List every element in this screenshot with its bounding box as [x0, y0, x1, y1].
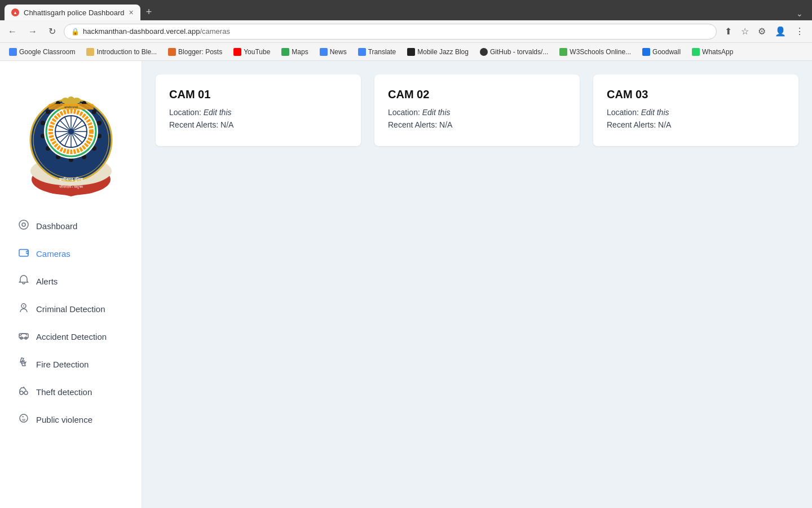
bookmark-mobile-jazz[interactable]: Mobile Jazz Blog [403, 46, 473, 58]
svg-text:छत्तीसगढ़ पुलिस: छत्तीसगढ़ पुलिस [59, 177, 83, 182]
svg-point-41 [19, 220, 28, 229]
bookmark-goodwall[interactable]: Goodwall [638, 46, 685, 58]
browser-toolbar: ← → ↻ 🔒 hackmanthan-dashboard.vercel.app… [0, 20, 812, 43]
camera-title-3: CAM 03 [607, 88, 785, 101]
fire-icon [18, 357, 29, 371]
bookmark-button[interactable]: ☆ [738, 24, 752, 39]
bookmark-news[interactable]: News [315, 46, 351, 58]
camera-location-2: Location: Edit this [388, 108, 566, 117]
bookmark-favicon [480, 48, 488, 56]
svg-point-7 [92, 110, 96, 114]
camera-alerts-1: Recent Alerts: N/A [169, 120, 347, 129]
theft-icon [18, 385, 29, 399]
alerts-value: N/A [658, 120, 671, 129]
camera-title-2: CAM 02 [388, 88, 566, 101]
camera-title-1: CAM 01 [169, 88, 347, 101]
camera-alerts-3: Recent Alerts: N/A [607, 120, 785, 129]
profile-button[interactable]: 👤 [771, 24, 789, 39]
share-button[interactable]: ⬆ [721, 24, 735, 39]
bookmark-w3schools[interactable]: W3Schools Online... [555, 46, 636, 58]
svg-point-51 [20, 414, 28, 422]
bookmark-favicon [281, 48, 289, 56]
bookmark-label: Mobile Jazz Blog [417, 48, 469, 56]
active-tab[interactable]: ▲ Chhattisgarh police Dashboard × [5, 5, 140, 20]
sidebar-item-label: Cameras [36, 249, 70, 259]
bookmark-github[interactable]: GitHub - torvalds/... [475, 46, 553, 58]
main-content: CAM 01 Location: Edit this Recent Alerts… [142, 61, 812, 508]
location-value[interactable]: Edit this [204, 108, 232, 117]
bookmark-favicon [559, 48, 567, 56]
sidebar-item-label: Criminal Detection [36, 304, 105, 314]
bookmarks-bar: Google Classroom Introduction to Ble... … [0, 43, 812, 61]
app-wrapper: सत्यमेव जयते छत्तीसगढ़ पुलिस परिवारहाय •… [0, 61, 812, 508]
camera-card-2: CAM 02 Location: Edit this Recent Alerts… [374, 75, 580, 146]
tab-close-button[interactable]: × [129, 8, 134, 17]
sidebar-item-violence[interactable]: Public violence [9, 407, 133, 432]
sidebar-item-accident[interactable]: Accident Detection [9, 324, 133, 349]
sidebar-item-label: Alerts [36, 277, 58, 286]
lock-icon: 🔒 [71, 28, 80, 36]
nav-menu: Dashboard Cameras [0, 213, 142, 432]
alerts-value: N/A [439, 120, 452, 129]
location-value[interactable]: Edit this [641, 108, 669, 117]
violence-icon [18, 413, 29, 427]
bookmark-translate[interactable]: Translate [354, 46, 401, 58]
camera-location-3: Location: Edit this [607, 108, 785, 117]
bookmark-favicon [168, 48, 176, 56]
bookmark-label: Google Classroom [19, 48, 75, 56]
camera-card-3: CAM 03 Location: Edit this Recent Alerts… [593, 75, 798, 146]
bookmark-favicon [407, 48, 415, 56]
sidebar-item-dashboard[interactable]: Dashboard [9, 213, 133, 239]
bookmark-favicon [358, 48, 366, 56]
svg-point-16 [41, 121, 45, 125]
bookmark-favicon [233, 48, 241, 56]
bookmark-favicon [86, 48, 94, 56]
bookmark-favicon [320, 48, 328, 56]
location-value[interactable]: Edit this [422, 108, 451, 117]
bookmark-whatsapp[interactable]: WhatsApp [687, 46, 738, 58]
sidebar-item-label: Fire Detection [36, 360, 89, 369]
alerts-label: Recent Alerts: [169, 120, 220, 129]
back-button[interactable]: ← [5, 24, 20, 39]
address-bar[interactable]: 🔒 hackmanthan-dashboard.vercel.app/camer… [64, 24, 717, 40]
logo-area: सत्यमेव जयते छत्तीसगढ़ पुलिस परिवारहाय •… [17, 61, 125, 213]
sidebar-item-theft[interactable]: Theft detection [9, 379, 133, 405]
svg-point-36 [68, 97, 74, 102]
bookmark-blogger[interactable]: Blogger: Posts [164, 46, 227, 58]
sidebar-item-label: Accident Detection [36, 332, 107, 341]
alerts-label: Recent Alerts: [607, 120, 658, 129]
tab-title: Chhattisgarh police Dashboard [24, 8, 125, 17]
new-tab-button[interactable]: + [142, 4, 157, 20]
bookmark-favicon [692, 48, 700, 56]
svg-point-49 [20, 391, 23, 395]
address-text: hackmanthan-dashboard.vercel.app/cameras [83, 27, 230, 36]
tab-bar: ▲ Chhattisgarh police Dashboard × + ⌄ [0, 0, 812, 20]
svg-point-8 [97, 121, 102, 125]
bookmark-youtube[interactable]: YouTube [229, 46, 275, 58]
bell-icon [18, 274, 29, 288]
sidebar-item-fire[interactable]: Fire Detection [9, 352, 133, 377]
extensions-button[interactable]: ⚙ [754, 24, 769, 39]
bookmark-google-classroom[interactable]: Google Classroom [5, 46, 80, 58]
bookmark-maps[interactable]: Maps [277, 46, 312, 58]
reload-button[interactable]: ↻ [45, 24, 59, 39]
forward-button[interactable]: → [25, 24, 41, 39]
camera-location-1: Location: Edit this [169, 108, 347, 117]
sidebar-item-label: Public violence [36, 415, 92, 424]
tab-expand-button[interactable]: ⌄ [792, 7, 807, 20]
svg-point-45 [23, 305, 24, 306]
sidebar-item-label: Theft detection [36, 387, 92, 397]
toolbar-actions: ⬆ ☆ ⚙ 👤 ⋮ [721, 24, 807, 39]
camera-icon [18, 247, 29, 261]
bookmark-label: GitHub - torvalds/... [490, 48, 548, 56]
sidebar-item-alerts[interactable]: Alerts [9, 269, 133, 294]
bookmark-intro-ble[interactable]: Introduction to Ble... [82, 46, 161, 58]
sidebar-item-cameras[interactable]: Cameras [9, 241, 133, 266]
more-button[interactable]: ⋮ [792, 24, 807, 39]
sidebar-item-criminal[interactable]: Criminal Detection [9, 296, 133, 322]
svg-text:सत्यमेव जयते: सत्यमेव जयते [63, 106, 77, 109]
bookmark-label: W3Schools Online... [570, 48, 631, 56]
address-path: /cameras [200, 27, 230, 36]
dashboard-icon [18, 219, 29, 233]
tab-favicon: ▲ [11, 8, 19, 16]
